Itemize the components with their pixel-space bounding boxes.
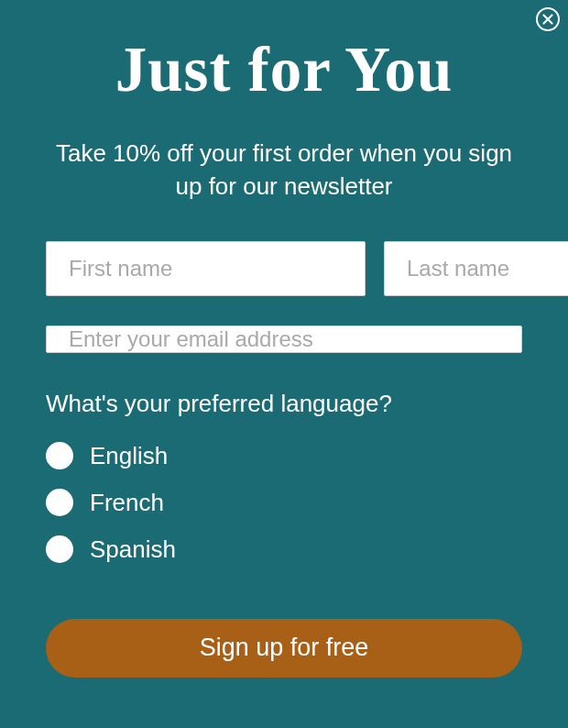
signup-button[interactable]: Sign up for free — [46, 619, 522, 678]
radio-icon — [46, 489, 73, 516]
language-radio-group: English French Spanish — [46, 442, 522, 564]
close-icon — [536, 7, 560, 34]
name-row — [46, 241, 522, 296]
email-input[interactable] — [46, 325, 522, 353]
first-name-input[interactable] — [46, 241, 366, 296]
radio-label: French — [90, 489, 164, 517]
close-button[interactable] — [535, 7, 561, 33]
radio-icon — [46, 535, 73, 563]
radio-item-french[interactable]: French — [46, 489, 522, 517]
radio-icon — [46, 442, 73, 469]
radio-label: English — [90, 442, 168, 470]
radio-label: Spanish — [90, 535, 176, 564]
radio-item-spanish[interactable]: Spanish — [46, 535, 522, 564]
radio-item-english[interactable]: English — [46, 442, 522, 470]
modal-title: Just for You — [46, 37, 522, 103]
language-question-label: What's your preferred language? — [46, 390, 522, 418]
signup-modal: Just for You Take 10% off your first ord… — [0, 0, 568, 723]
modal-subtitle: Take 10% off your first order when you s… — [46, 138, 522, 202]
last-name-input[interactable] — [384, 241, 568, 296]
